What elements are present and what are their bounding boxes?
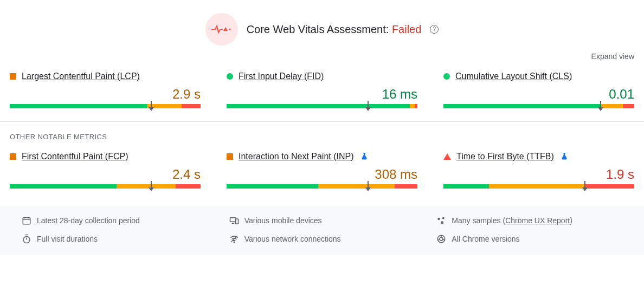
distribution-bar: [443, 184, 634, 189]
status-circle-icon: [443, 73, 450, 80]
experimental-flask-icon: [561, 152, 568, 161]
svg-rect-4: [23, 218, 30, 224]
assessment-title: Core Web Vitals Assessment: Failed: [247, 23, 422, 36]
status-circle-icon: [227, 73, 233, 80]
percentile-marker-icon: [368, 181, 369, 189]
status-square-icon: [10, 73, 16, 80]
percentile-marker-icon: [151, 181, 152, 189]
metric-fcp: First Contentful Paint (FCP) 2.4 s: [10, 152, 201, 189]
metric-value: 2.9 s: [10, 87, 201, 102]
experimental-flask-icon: [360, 152, 368, 161]
svg-point-1: [229, 29, 230, 30]
chrome-icon: [436, 234, 446, 244]
distribution-bar: [443, 104, 634, 108]
assessment-title-prefix: Core Web Vitals Assessment:: [247, 23, 392, 35]
svg-point-8: [442, 217, 445, 219]
metric-lcp: Largest Contentful Paint (LCP) 2.9 s: [10, 72, 201, 108]
network-icon: [229, 234, 239, 244]
svg-rect-2: [363, 153, 365, 153]
svg-rect-3: [563, 153, 566, 153]
svg-point-14: [440, 237, 443, 241]
percentile-marker-icon: [151, 101, 152, 108]
metric-ttfb: Time to First Byte (TTFB) 1.9 s: [443, 152, 634, 189]
percentile-marker-icon: [368, 101, 369, 108]
svg-rect-5: [230, 218, 236, 222]
assessment-header: Core Web Vitals Assessment: Failed ?: [0, 9, 644, 52]
other-metrics-label: OTHER NOTABLE METRICS: [0, 133, 644, 152]
percentile-marker-icon: [600, 101, 601, 108]
svg-point-7: [438, 218, 441, 221]
calendar-icon: [22, 216, 31, 225]
other-metrics-grid: First Contentful Paint (FCP) 2.4 s Inter…: [0, 152, 644, 202]
footer-collection-period: Latest 28-day collection period: [22, 216, 216, 225]
status-square-icon: [10, 153, 16, 160]
vitals-pulse-icon: [205, 13, 238, 46]
metric-name-link[interactable]: Interaction to Next Paint (INP): [239, 152, 354, 161]
distribution-bar: [227, 184, 417, 189]
crux-report-link[interactable]: Chrome UX Report: [505, 216, 570, 225]
metric-name-link[interactable]: Largest Contentful Paint (LCP): [22, 72, 140, 81]
metric-value: 2.4 s: [10, 167, 201, 182]
percentile-marker-icon: [584, 181, 585, 189]
metric-value: 16 ms: [227, 87, 417, 102]
metric-value: 1.9 s: [443, 167, 634, 182]
section-divider: [0, 121, 644, 122]
metric-value: 0.01: [443, 87, 634, 102]
devices-icon: [229, 216, 239, 225]
footer-durations: Full visit durations: [22, 234, 216, 244]
status-square-icon: [227, 153, 233, 160]
metric-name-link[interactable]: First Input Delay (FID): [239, 72, 324, 81]
footer-network: Various network connections: [229, 234, 424, 244]
footer-samples: Many samples (Chrome UX Report): [436, 216, 631, 225]
footer-versions: All Chrome versions: [436, 234, 631, 244]
core-metrics-grid: Largest Contentful Paint (LCP) 2.9 s Fir…: [0, 72, 644, 121]
svg-point-9: [441, 221, 443, 224]
metric-fid: First Input Delay (FID) 16 ms: [227, 72, 417, 108]
metric-name-link[interactable]: Time to First Byte (TTFB): [456, 152, 554, 161]
distribution-bar: [10, 184, 201, 189]
stopwatch-icon: [22, 234, 31, 244]
metric-inp: Interaction to Next Paint (INP) 308 ms: [227, 152, 417, 189]
distribution-bar: [10, 104, 201, 108]
distribution-bar: [227, 104, 417, 108]
status-triangle-icon: [443, 153, 451, 160]
expand-view-link[interactable]: Expand view: [591, 52, 634, 61]
svg-point-11: [234, 242, 235, 243]
metric-cls: Cumulative Layout Shift (CLS) 0.01: [443, 72, 634, 108]
svg-marker-0: [223, 27, 228, 31]
metric-name-link[interactable]: First Contentful Paint (FCP): [22, 152, 128, 161]
footer-devices: Various mobile devices: [229, 216, 424, 225]
help-icon[interactable]: ?: [430, 25, 439, 34]
metric-value: 308 ms: [227, 167, 417, 182]
assessment-status: Failed: [392, 23, 421, 35]
metric-name-link[interactable]: Cumulative Layout Shift (CLS): [455, 72, 572, 81]
data-source-footer: Latest 28-day collection period Various …: [0, 206, 644, 255]
samples-icon: [436, 216, 446, 225]
